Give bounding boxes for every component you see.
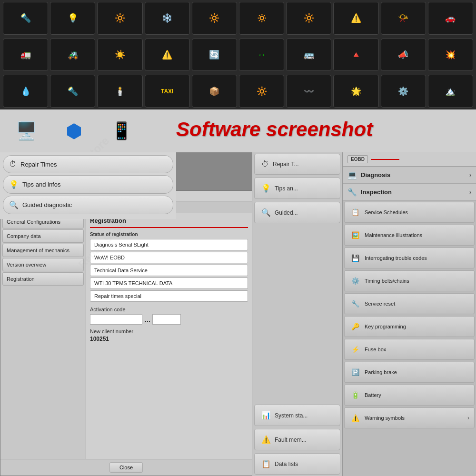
fuse-box-icon: ⚡ — [349, 344, 361, 355]
parking-brake-icon: 🅿️ — [349, 367, 361, 378]
company-data-btn[interactable]: Company data — [2, 229, 84, 243]
warning-symbols-btn[interactable]: ⚠️ Warning symbols › — [344, 407, 475, 428]
guided-diag-btn[interactable]: 🔍 Guided diagnostic — [3, 196, 173, 214]
mid-data-label: Data lists — [275, 461, 298, 467]
reg-item-4: WTI 30 TPMS TECHNICAL DATA — [90, 278, 248, 289]
monitor-icon: 🖥️ — [10, 116, 43, 147]
middle-panel: ⏱ Repair T... 💡 Tips an... 🔍 Guided... 📊… — [252, 152, 343, 476]
fuse-box-label: Fuse box — [365, 347, 386, 352]
mid-fault-label: Fault mem... — [275, 436, 307, 443]
diagnosis-label: Diagnosis — [361, 171, 390, 178]
mid-repair-times-btn[interactable]: ⏱ Repair T... — [254, 154, 340, 175]
bluetooth-icon: ⬢ — [57, 116, 90, 147]
icon-rotate: 🔄 — [192, 39, 237, 71]
icon-grid: 🔦 💡 🔆 ❄️ 🔆 🔅 🔆 ⚠️ 📯 🚗 🚛 🚜 ☀️ ⚠️ 🔄 ↔️ 🚌 🔺… — [0, 0, 476, 109]
trouble-codes-btn[interactable]: 💾 Interrogating trouble codes — [344, 248, 475, 268]
mid-data-btn[interactable]: 📋 Data lists — [254, 453, 340, 475]
service-schedules-btn[interactable]: 📋 Service Schedules — [344, 202, 475, 223]
wow-footer: Close — [0, 459, 252, 476]
icon-highbeam: 💡 — [50, 2, 95, 35]
mid-repair-label: Repair T... — [273, 161, 298, 168]
close-button[interactable]: Close — [109, 462, 143, 473]
device-row: 🖥️ ⬢ 📱 — [0, 109, 476, 152]
inspection-btn[interactable]: 🔧 Inspection › — [343, 184, 476, 201]
mid-system-btn[interactable]: 📊 System sta... — [254, 405, 340, 426]
icon-wiper: 💧 — [3, 75, 48, 108]
fuse-box-btn[interactable]: ⚡ Fuse box — [344, 339, 475, 360]
service-schedules-icon: 📋 — [349, 207, 361, 218]
battery-label: Battery — [365, 392, 381, 398]
diagnosis-btn[interactable]: 💻 Diagnosis › — [343, 167, 476, 184]
icon-row-2: 🚛 🚜 ☀️ ⚠️ 🔄 ↔️ 🚌 🔺 📣 💥 — [0, 37, 476, 73]
icon-sun: ☀️ — [97, 39, 142, 71]
service-reset-btn[interactable]: 🔧 Service reset — [344, 293, 475, 314]
reg-item-1: Diagnosis Serial SLight — [90, 239, 248, 250]
service-reset-icon: 🔧 — [349, 298, 361, 309]
activation-input-2[interactable] — [152, 314, 181, 325]
icon-lamp2: 🕯️ — [97, 75, 142, 108]
battery-btn[interactable]: 🔋 Battery — [344, 385, 475, 406]
icon-mountain: 🏔️ — [428, 75, 473, 108]
icon-shine: 💥 — [428, 39, 473, 71]
warning-symbols-arrow: › — [467, 415, 469, 421]
parking-brake-label: Parking brake — [365, 369, 397, 375]
top-left-menu: ⏱ Repair Times 💡 Tips and infos 🔍 Guided… — [0, 152, 176, 219]
status-label: Status of registration — [90, 232, 248, 237]
inspection-label: Inspection — [361, 188, 392, 196]
client-number-value: 100251 — [90, 336, 248, 342]
version-overview-btn[interactable]: Version overview — [2, 258, 84, 271]
guided-icon: 🔍 — [9, 200, 19, 209]
icon-taxi: TAXI — [145, 75, 190, 108]
mid-guided-label: Guided... — [275, 209, 298, 216]
mid-fault-btn[interactable]: ⚠️ Fault mem... — [254, 429, 340, 450]
icon-row-3: 💧 🔦 🕯️ TAXI 📦 🔆 〰️ 🌟 ⚙️ 🏔️ — [0, 73, 476, 109]
icon-light3: 🔆 — [97, 2, 142, 35]
icon-headlight: 🔦 — [3, 2, 48, 35]
mid-system-label: System sta... — [275, 412, 307, 419]
guided-label: Guided diagnostic — [22, 201, 72, 208]
icon-beam: 🔆 — [239, 75, 284, 108]
service-reset-label: Service reset — [365, 301, 395, 307]
inspection-icon: 🔧 — [347, 188, 357, 197]
dots-label: ... — [144, 315, 150, 324]
timing-belts-icon: ⚙️ — [349, 275, 361, 287]
mid-tips-label: Tips an... — [275, 185, 298, 192]
wow-main-content: Registration Status of registration Diag… — [86, 213, 252, 459]
key-programming-label: Key programming — [365, 324, 406, 329]
key-programming-btn[interactable]: 🔑 Key programming — [344, 316, 475, 337]
icon-tractor: 🚜 — [50, 39, 95, 71]
main-area: ⏱ Repair Times 💡 Tips and infos 🔍 Guided… — [0, 152, 476, 476]
red-accent — [371, 159, 399, 160]
client-number-label: New client number — [90, 328, 248, 334]
mid-system-icon: 📊 — [261, 411, 271, 420]
icon-truck2: 🚛 — [3, 39, 48, 71]
icon-box: 📦 — [192, 75, 237, 108]
registration-btn[interactable]: Registration — [2, 272, 84, 286]
diagnosis-icon: 💻 — [347, 170, 357, 179]
tips-infos-btn[interactable]: 💡 Tips and infos — [3, 175, 173, 194]
mid-guided-btn[interactable]: 🔍 Guided... — [254, 202, 340, 223]
red-divider — [90, 227, 248, 228]
mid-repair-icon: ⏱ — [261, 160, 269, 169]
mid-guided-icon: 🔍 — [261, 208, 271, 217]
icon-fan: ❄️ — [145, 2, 190, 35]
parking-brake-btn[interactable]: 🅿️ Parking brake — [344, 362, 475, 383]
mid-fault-icon: ⚠️ — [261, 435, 271, 444]
mid-data-icon: 📋 — [261, 459, 271, 468]
icon-bus: 🚌 — [286, 39, 331, 71]
timing-belts-btn[interactable]: ⚙️ Timing belts/chains — [344, 270, 475, 291]
right-header: EOBD — [343, 152, 476, 167]
icon-warn3: 🔺 — [333, 39, 378, 71]
activation-input[interactable] — [90, 314, 142, 325]
mid-tips-btn[interactable]: 💡 Tips an... — [254, 178, 340, 199]
maintenance-illustrations-btn[interactable]: 🖼️ Maintenance illustrations — [344, 225, 475, 246]
icon-horn2: 📣 — [381, 39, 426, 71]
management-btn[interactable]: Management of mechanics — [2, 244, 84, 257]
repair-times-btn[interactable]: ⏱ Repair Times — [3, 155, 173, 173]
battery-icon: 🔋 — [349, 389, 361, 401]
maintenance-label: Maintenance illustrations — [365, 232, 422, 238]
diagnosis-arrow: › — [469, 172, 471, 178]
icon-arrows: ↔️ — [239, 39, 284, 71]
icon-curve: 〰️ — [286, 75, 331, 108]
mid-tips-icon: 💡 — [261, 184, 271, 193]
